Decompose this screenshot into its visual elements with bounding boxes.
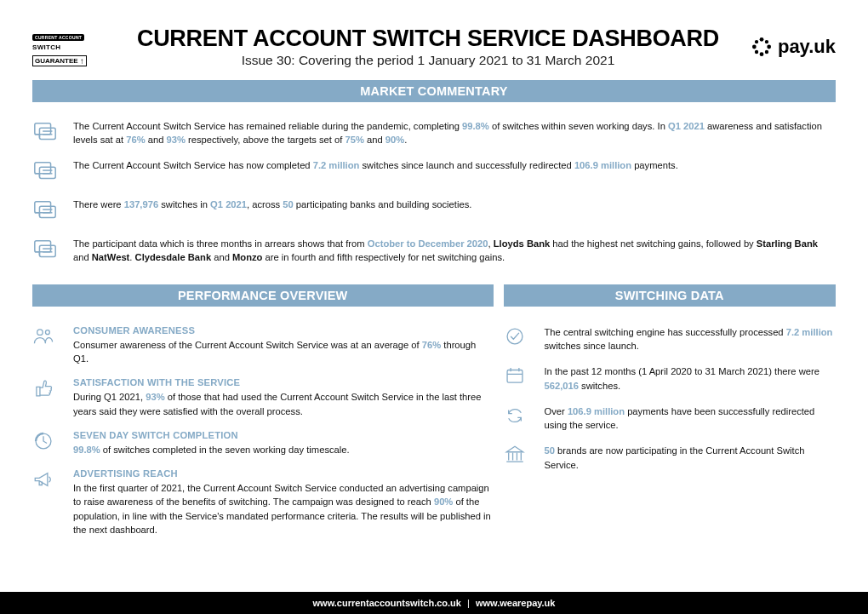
lower-columns: CONSUMER AWARENESS Consumer awareness of… <box>32 325 836 548</box>
chat-icon <box>32 119 61 148</box>
consumer-awareness-text: Consumer awareness of the Current Accoun… <box>73 338 494 365</box>
seven-day-row: SEVEN DAY SWITCH COMPLETION 99.8% of swi… <box>32 430 494 456</box>
svg-point-7 <box>765 50 768 54</box>
title-block: CURRENT ACCOUNT SWITCH SERVICE DASHBOARD… <box>106 26 751 68</box>
svg-point-1 <box>760 52 764 56</box>
arrow-up-icon: ↑ <box>80 56 84 66</box>
commentary-text: There were 137,976 switches in Q1 2021, … <box>73 198 471 211</box>
svg-point-24 <box>37 330 43 336</box>
calendar-icon <box>504 364 533 390</box>
commentary-item: The Current Account Switch Service has r… <box>32 119 836 148</box>
svg-rect-16 <box>35 202 51 213</box>
commentary-item: There were 137,976 switches in Q1 2021, … <box>32 198 836 227</box>
svg-point-3 <box>767 45 771 49</box>
commentary-text: The Current Account Switch Service has r… <box>73 119 836 146</box>
header: CURRENT ACCOUNT SWITCH GUARANTEE ↑ CURRE… <box>32 26 836 68</box>
payuk-logo: pay.uk <box>751 36 836 58</box>
past12-text: In the past 12 months (1 April 2020 to 3… <box>545 364 836 392</box>
commentary-item: The participant data which is three mont… <box>32 237 836 266</box>
thumbs-up-icon <box>32 377 61 403</box>
seven-day-text: 99.8% of switches completed in the seven… <box>73 443 350 456</box>
people-icon <box>32 325 61 351</box>
svg-point-6 <box>755 50 758 54</box>
commentary-text: The participant data which is three mont… <box>73 237 836 264</box>
commentary-item: The Current Account Switch Service has n… <box>32 158 836 187</box>
svg-rect-13 <box>39 167 55 178</box>
clock-icon <box>32 430 61 456</box>
payuk-mark-icon <box>751 36 773 58</box>
processed-text: The central switching engine has success… <box>545 325 836 353</box>
payments-text: Over 106.9 million payments have been su… <box>545 405 836 432</box>
dashboard-page: CURRENT ACCOUNT SWITCH GUARANTEE ↑ CURRE… <box>0 0 868 614</box>
brands-text: 50 brands are now participating in the C… <box>545 444 836 471</box>
checkmark-badge-icon <box>504 325 533 351</box>
svg-point-25 <box>45 330 49 335</box>
footer-separator: | <box>467 598 470 608</box>
refresh-icon <box>504 405 533 430</box>
commentary-block: The Current Account Switch Service has r… <box>32 119 836 266</box>
switch-guarantee-logo: CURRENT ACCOUNT SWITCH GUARANTEE ↑ <box>32 27 106 66</box>
footer: www.currentaccountswitch.co.uk | www.wea… <box>0 592 868 614</box>
brands-row: 50 brands are now participating in the C… <box>504 444 836 471</box>
svg-point-5 <box>765 40 768 43</box>
svg-point-2 <box>752 45 757 49</box>
svg-rect-20 <box>35 241 51 252</box>
page-title: CURRENT ACCOUNT SWITCH SERVICE DASHBOARD <box>106 26 751 52</box>
svg-point-4 <box>755 40 758 43</box>
payments-row: Over 106.9 million payments have been su… <box>504 405 836 432</box>
advertising-title: ADVERTISING REACH <box>73 468 494 479</box>
market-commentary-heading: MARKET COMMENTARY <box>32 80 836 102</box>
footer-url-1: www.currentaccountswitch.co.uk <box>313 598 461 608</box>
svg-rect-12 <box>35 163 51 174</box>
svg-rect-17 <box>39 206 55 217</box>
switching-data-heading: SWITCHING DATA <box>504 284 836 307</box>
processed-row: The central switching engine has success… <box>504 325 836 353</box>
logo-line-3: GUARANTEE ↑ <box>32 55 87 66</box>
svg-rect-21 <box>39 245 55 256</box>
performance-column: CONSUMER AWARENESS Consumer awareness of… <box>32 325 494 548</box>
past12-row: In the past 12 months (1 April 2020 to 3… <box>504 364 836 392</box>
chat-icon <box>32 198 61 227</box>
satisfaction-row: SATISFACTION WITH THE SERVICE During Q1 … <box>32 377 494 417</box>
bank-icon <box>504 444 533 469</box>
satisfaction-text: During Q1 2021, 93% of those that had us… <box>73 390 494 417</box>
consumer-awareness-row: CONSUMER AWARENESS Consumer awareness of… <box>32 325 494 365</box>
chat-icon <box>32 237 61 266</box>
footer-url-2: www.wearepay.uk <box>476 598 556 608</box>
consumer-awareness-title: CONSUMER AWARENESS <box>73 325 494 336</box>
svg-rect-8 <box>35 123 51 135</box>
subsection-headings: PERFORMANCE OVERVIEW SWITCHING DATA <box>32 284 836 307</box>
logo-line-1: CURRENT ACCOUNT <box>32 34 84 41</box>
payuk-text: pay.uk <box>778 36 836 58</box>
chat-icon <box>32 158 61 187</box>
commentary-text: The Current Account Switch Service has n… <box>73 158 678 172</box>
logo-line-2: SWITCH <box>32 43 106 51</box>
advertising-row: ADVERTISING REACH In the first quarter o… <box>32 468 494 537</box>
performance-overview-heading: PERFORMANCE OVERVIEW <box>32 284 494 307</box>
megaphone-icon <box>32 468 61 494</box>
seven-day-title: SEVEN DAY SWITCH COMPLETION <box>73 430 350 440</box>
svg-rect-9 <box>39 128 55 139</box>
svg-rect-28 <box>507 370 523 383</box>
svg-point-0 <box>760 37 764 42</box>
page-subtitle: Issue 30: Covering the period 1 January … <box>106 53 751 68</box>
satisfaction-title: SATISFACTION WITH THE SERVICE <box>73 377 494 387</box>
svg-point-27 <box>507 329 523 344</box>
advertising-text: In the first quarter of 2021, the Curren… <box>73 481 494 537</box>
switching-column: The central switching engine has success… <box>504 325 836 548</box>
